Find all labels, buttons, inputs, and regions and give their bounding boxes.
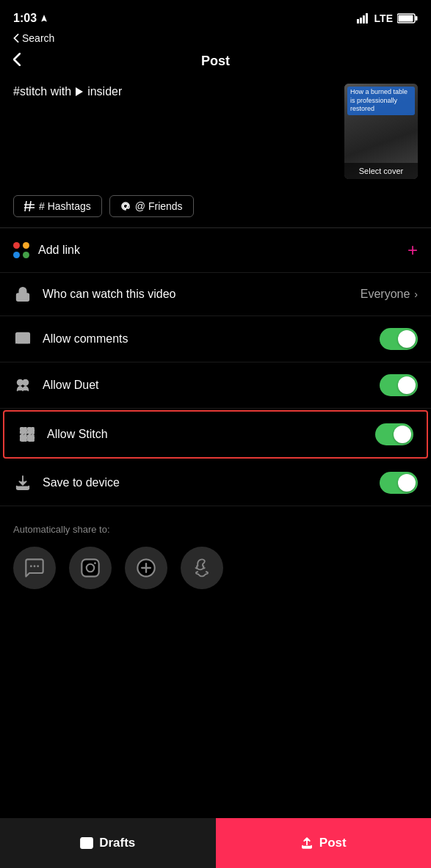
lock-icon [13,285,32,304]
allow-comments-toggle[interactable] [380,328,418,350]
allow-comments-label: Allow comments [43,332,128,346]
svg-line-8 [29,201,31,211]
dot-green [23,252,29,258]
post-upload-icon [300,836,314,850]
nav-back-chevron[interactable] [13,53,21,69]
comment-icon [13,329,32,349]
status-bar: 1:03 LTE [0,0,431,32]
row-left: Who can watch this video [13,285,175,304]
back-arrow-icon [13,34,19,43]
who-can-watch-value: Everyone [361,288,410,301]
svg-line-7 [25,201,26,211]
instagram-icon [80,558,101,578]
row-left: Save to device [13,473,120,492]
svg-rect-0 [357,19,359,23]
status-time: 1:03 [13,12,48,25]
add-link-left: Add link [13,242,80,258]
svg-point-20 [30,565,32,567]
svg-point-15 [23,380,28,385]
hashtags-button[interactable]: # Hashtags [13,195,102,217]
tag-buttons: # Hashtags @ Friends [0,189,431,227]
svg-rect-1 [360,18,362,23]
who-can-watch-label: Who can watch this video [43,288,175,301]
svg-rect-5 [399,15,413,22]
caption-text: #stitch with insider [13,84,337,100]
row-left: Allow Stitch [18,425,108,444]
svg-point-21 [34,565,36,567]
post-button[interactable]: Post [216,818,432,868]
svg-rect-18 [21,435,26,441]
back-label: Search [22,32,54,44]
bottom-spacer [0,598,431,657]
dot-blue [13,252,20,258]
svg-rect-17 [28,428,34,434]
instagram-share-button[interactable] [69,547,112,589]
thumbnail-overlay-text: How a burned table is professionally res… [347,87,415,115]
allow-duet-row: Allow Duet [0,362,431,409]
snapchat-icon [192,558,212,578]
drafts-button[interactable]: Drafts [0,818,216,868]
signal-icon [357,13,370,23]
svg-rect-19 [28,435,34,441]
chevron-icon: › [414,288,418,300]
settings-section: Add link + Who can watch this video Ever… [0,228,431,506]
bottom-bar: Drafts Post [0,818,431,868]
allow-comments-row: Allow comments [0,316,431,362]
svg-rect-29 [81,838,93,848]
row-right [375,423,413,445]
messages-share-button[interactable] [13,547,56,589]
toggle-thumb [394,426,411,443]
search-back[interactable]: Search [0,32,431,50]
add-link-row: Add link + [0,228,431,273]
dot-yellow [23,242,29,249]
duet-icon [13,376,32,395]
add-link-plus-button[interactable]: + [408,240,418,260]
page-title: Post [201,54,230,69]
add-link-label: Add link [38,244,80,257]
location-icon [40,14,48,23]
toggle-thumb [398,376,416,394]
svg-rect-3 [366,13,368,23]
auto-share-title: Automatically share to: [13,524,418,535]
save-to-device-label: Save to device [43,476,120,489]
svg-point-14 [18,380,23,385]
play-icon [76,87,83,96]
share-icons-row [13,547,418,589]
snapchat-share-button[interactable] [181,547,223,589]
network-label: LTE [374,12,393,24]
add-circle-icon [136,558,156,578]
svg-point-24 [87,564,95,572]
chevron-left-icon [13,53,21,66]
svg-rect-2 [363,15,365,23]
colorful-dots-icon [13,242,29,258]
allow-duet-toggle[interactable] [380,374,418,396]
row-right [380,328,418,350]
svg-rect-16 [21,428,26,434]
row-right [380,472,418,494]
at-icon [120,201,131,211]
nav-bar: Post [0,50,431,76]
toggle-thumb [398,474,416,492]
svg-rect-12 [17,293,29,301]
messages-icon [24,558,45,578]
toggle-thumb [398,330,416,348]
status-icons: LTE [357,12,418,24]
caption-area[interactable]: #stitch with insider [13,84,344,100]
stitch-icon [18,425,37,444]
who-can-watch-row[interactable]: Who can watch this video Everyone › [0,273,431,316]
add-more-share-button[interactable] [125,547,167,589]
allow-stitch-toggle[interactable] [375,423,413,445]
svg-point-22 [37,565,39,567]
row-right [380,374,418,396]
allow-stitch-label: Allow Stitch [47,428,108,441]
content-section: #stitch with insider How a burned table … [0,76,431,189]
auto-share-section: Automatically share to: [0,506,431,598]
row-left: Allow Duet [13,376,98,395]
friends-button[interactable]: @ Friends [109,195,194,217]
save-to-device-toggle[interactable] [380,472,418,494]
thumbnail-container[interactable]: How a burned table is professionally res… [344,84,418,179]
hashtag-icon [24,201,35,211]
svg-rect-6 [416,16,418,21]
select-cover-label[interactable]: Select cover [344,163,418,179]
allow-duet-label: Allow Duet [43,379,98,392]
